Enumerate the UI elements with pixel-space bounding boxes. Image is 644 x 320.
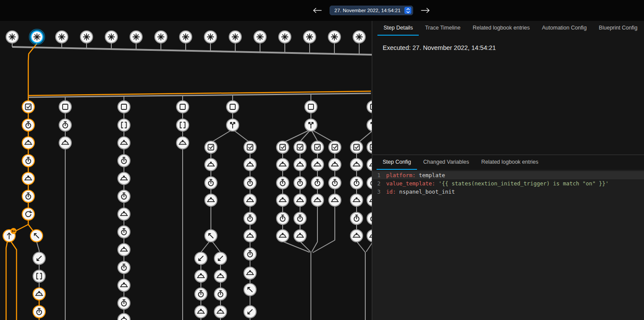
service-node[interactable] [329, 158, 341, 171]
next-trace-button[interactable] [419, 5, 432, 16]
trigger-node[interactable] [254, 31, 266, 43]
trace-date-select[interactable]: 27. November 2022, 14:54:21 [330, 6, 413, 15]
trigger-node[interactable] [304, 31, 316, 43]
square-node[interactable] [227, 101, 239, 113]
service-node[interactable] [294, 194, 306, 206]
square-node[interactable] [118, 101, 130, 113]
timer-node[interactable] [22, 190, 34, 202]
timer-node[interactable] [195, 288, 207, 300]
service-node[interactable] [294, 158, 306, 171]
timer-node[interactable] [118, 155, 130, 167]
square-node[interactable] [59, 101, 71, 113]
previous-trace-button[interactable] [310, 5, 324, 16]
timer-node[interactable] [244, 212, 256, 224]
timer-node[interactable] [294, 177, 306, 189]
service-node[interactable] [214, 306, 227, 318]
trigger-node[interactable] [80, 31, 93, 43]
trigger-node[interactable] [180, 31, 192, 43]
tab-automation-config[interactable]: Automation Config [536, 21, 593, 36]
timer-node[interactable] [277, 177, 289, 189]
service-node[interactable] [177, 137, 189, 149]
arrow-diag-down-node[interactable] [195, 252, 207, 264]
service-node[interactable] [59, 137, 71, 149]
service-node[interactable] [277, 158, 289, 171]
service-node[interactable] [205, 158, 217, 171]
arrow-diag-down-node[interactable] [244, 306, 256, 318]
timer-node[interactable] [294, 212, 306, 224]
service-node[interactable] [118, 172, 130, 185]
service-node[interactable] [244, 267, 256, 279]
condition-node[interactable] [244, 141, 256, 153]
timer-node[interactable] [118, 226, 130, 238]
timer-node[interactable] [118, 190, 130, 202]
tab-changed-variables[interactable]: Changed Variables [417, 155, 475, 170]
service-node[interactable] [118, 313, 130, 320]
service-node[interactable] [350, 158, 363, 171]
trigger-node[interactable] [353, 31, 365, 43]
timer-node[interactable] [59, 119, 71, 131]
timer-node[interactable] [118, 261, 130, 274]
condition-node[interactable] [294, 141, 306, 153]
repeat-node[interactable] [22, 208, 34, 220]
trigger-node[interactable] [30, 30, 45, 45]
condition-node[interactable] [205, 141, 217, 153]
service-node[interactable] [277, 230, 289, 242]
service-node[interactable] [329, 194, 341, 206]
service-node[interactable] [350, 230, 363, 242]
timer-node[interactable] [33, 306, 45, 318]
timer-node[interactable] [350, 177, 363, 189]
tab-blueprint-config[interactable]: Blueprint Config [593, 21, 644, 36]
trigger-node[interactable] [56, 31, 68, 43]
square-node[interactable] [305, 101, 317, 113]
arrow-diag-down-node[interactable] [33, 252, 45, 264]
service-node[interactable] [311, 158, 324, 171]
trigger-node[interactable] [229, 31, 241, 43]
timer-node[interactable] [244, 248, 256, 260]
arrow-diag-up-node[interactable] [205, 230, 217, 242]
split-node[interactable] [227, 119, 239, 131]
tab-step-config[interactable]: Step Config [377, 155, 417, 170]
timer-node[interactable] [311, 177, 324, 189]
service-node[interactable] [22, 137, 34, 149]
timer-node[interactable] [214, 288, 227, 300]
trigger-node[interactable] [130, 31, 142, 43]
brackets-node[interactable] [177, 119, 189, 131]
brackets-node[interactable] [118, 119, 130, 131]
service-node[interactable] [195, 270, 207, 282]
service-node[interactable] [118, 137, 130, 149]
tab-trace-timeline[interactable]: Trace Timeline [419, 21, 467, 36]
trigger-node[interactable] [105, 31, 117, 43]
timer-node[interactable] [205, 177, 217, 189]
tab-related-logbook-entries[interactable]: Related logbook entries [475, 155, 544, 170]
service-node[interactable] [22, 172, 34, 185]
timer-node[interactable] [329, 177, 341, 189]
service-node[interactable] [294, 230, 306, 242]
trigger-node[interactable] [155, 31, 167, 43]
code-line[interactable]: 2value_template: '{{ states(nextion_init… [372, 179, 644, 188]
timer-node[interactable] [244, 177, 256, 189]
service-node[interactable] [118, 208, 130, 220]
arrow-diag-up-node[interactable] [244, 284, 256, 296]
tab-step-details[interactable]: Step Details [377, 21, 419, 36]
arrow-up-node[interactable]: 9+ [3, 228, 17, 242]
trigger-node[interactable] [204, 31, 217, 43]
arrow-diag-up-node[interactable] [30, 230, 43, 242]
service-node[interactable] [244, 194, 256, 206]
service-node[interactable] [118, 279, 130, 291]
timer-node[interactable] [277, 212, 289, 224]
service-node[interactable] [33, 288, 45, 300]
service-node[interactable] [244, 230, 256, 242]
trigger-node[interactable] [328, 31, 340, 43]
trigger-node[interactable] [279, 31, 291, 43]
timer-node[interactable] [22, 155, 34, 167]
service-node[interactable] [277, 194, 289, 206]
condition-node[interactable] [22, 101, 34, 113]
tab-related-logbook-entries[interactable]: Related logbook entries [467, 21, 536, 36]
square-node[interactable] [177, 101, 189, 113]
code-line[interactable]: 3id: nspanel_boot_init [372, 188, 644, 196]
service-node[interactable] [311, 194, 324, 206]
split-node[interactable] [305, 119, 317, 131]
timer-node[interactable] [22, 119, 34, 131]
arrow-diag-down-node[interactable] [214, 252, 227, 264]
service-node[interactable] [205, 194, 217, 206]
